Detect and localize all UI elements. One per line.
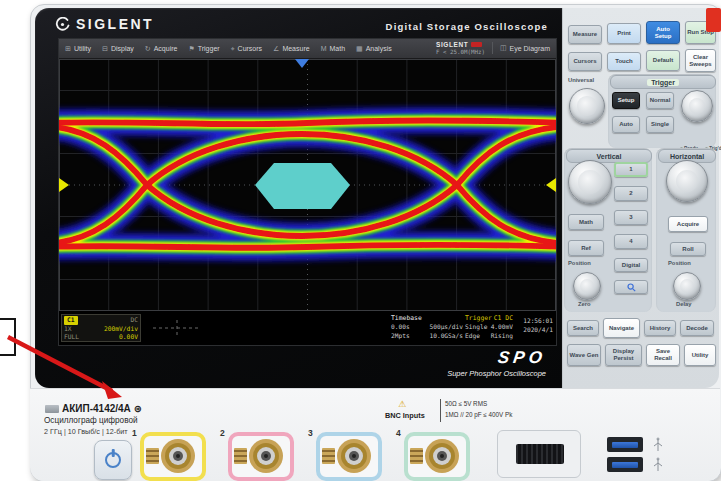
vertical-section-header: Vertical — [566, 149, 652, 163]
timebase-readout[interactable]: Timebase 0.00s500μs/div 2Mpts10.0GSa/s — [391, 314, 463, 342]
zoom-button[interactable] — [614, 280, 648, 294]
crosshair-icon — [151, 318, 203, 338]
trigger-level-marker[interactable] — [546, 178, 556, 192]
menubar-divider — [492, 42, 493, 54]
ref-button[interactable]: Ref — [568, 240, 604, 256]
bnc-connector-icon — [320, 436, 378, 477]
brand-text: SIGLENT — [76, 16, 154, 32]
spec-label: 2 ГГц | 10 Гвыб/с | 12-бит — [44, 427, 128, 436]
horizontal-position-knob[interactable] — [673, 272, 701, 300]
eye-diagram-icon: ◫ — [500, 44, 507, 52]
utility-icon: ⊞ — [65, 45, 71, 53]
vertical-position-knob[interactable] — [573, 272, 601, 300]
bnc-connector-icon — [408, 436, 466, 477]
navigate-button[interactable]: Navigate — [603, 318, 640, 338]
vertical-position-label: Position — [568, 260, 591, 266]
screen-menubar: ⊞Utility ⊟Display ↻Acquire ⚑Trigger ⌖Cur… — [59, 39, 556, 59]
digital-button[interactable]: Digital — [614, 258, 648, 272]
horizontal-position-label: Position — [668, 260, 691, 266]
menu-cursors[interactable]: ⌖Cursors — [231, 45, 262, 53]
channel2-button[interactable]: 2 — [614, 186, 648, 201]
display-persist-button[interactable]: Display Persist — [605, 344, 642, 366]
eye-frequency-readout: F < 25.0M(MHz) — [436, 50, 485, 56]
utility-button[interactable]: Utility — [684, 344, 716, 366]
channel1-number: 1 — [132, 428, 137, 438]
usb3-tongue — [612, 462, 638, 468]
menu-display[interactable]: ⊟Display — [102, 45, 134, 53]
trigger-setup-button[interactable]: Setup — [612, 92, 640, 109]
trigger-auto-button[interactable]: Auto — [612, 116, 640, 133]
screen-brand-readout: SIGLENT F < 25.0M(MHz) — [436, 42, 485, 56]
universal-knob[interactable] — [569, 88, 605, 124]
add-channel-crosshair[interactable] — [151, 318, 203, 338]
usb-trident-icons — [652, 437, 664, 475]
bnc-inputs-label: BNC Inputs — [385, 411, 425, 420]
roll-button[interactable]: Roll — [670, 242, 706, 256]
menu-utility[interactable]: ⊞Utility — [65, 45, 91, 53]
channel3-number: 3 — [308, 428, 313, 438]
usb3-tongue — [612, 442, 638, 448]
history-button[interactable]: History — [644, 320, 676, 336]
menu-trigger[interactable]: ⚑Trigger — [188, 45, 219, 53]
math-button[interactable]: Math — [568, 214, 604, 230]
channel1-level-marker[interactable] — [59, 178, 69, 192]
channel2-number: 2 — [220, 428, 225, 438]
magnifier-icon — [627, 283, 636, 292]
callout-box — [0, 318, 16, 356]
default-button[interactable]: Default — [646, 50, 680, 71]
measure-button[interactable]: Measure — [568, 25, 602, 44]
channel3-bnc — [316, 432, 382, 481]
save-recall-button[interactable]: Save Recall — [646, 344, 680, 366]
volts-div-knob[interactable] — [568, 160, 612, 204]
waveform-area[interactable] — [59, 59, 556, 311]
rating-line-2: 1MΩ // 20 pF ≤ 400V Pk — [445, 410, 521, 421]
status-bar: C1DC 1X200mV/div FULL0.00V Timebase 0.00… — [59, 311, 556, 345]
lcd-screen: ⊞Utility ⊟Display ↻Acquire ⚑Trigger ⌖Cur… — [58, 38, 557, 346]
trigger-single-button[interactable]: Single — [646, 116, 674, 133]
input-ratings: 50Ω ≤ 5V RMS 1MΩ // 20 pF ≤ 400V Pk — [440, 399, 521, 422]
menu-math[interactable]: MMath — [321, 45, 345, 52]
cursors-button[interactable]: Cursors — [568, 52, 602, 71]
channel4-button[interactable]: 4 — [614, 234, 648, 249]
time-text: 12:56:01 — [517, 316, 553, 325]
channel4-bnc — [404, 432, 470, 481]
red-marker — [706, 8, 721, 32]
akip-logo-mark — [45, 405, 59, 413]
print-button[interactable]: Print — [607, 23, 641, 44]
decode-button[interactable]: Decode — [680, 320, 714, 336]
trigger-flag-icon: ⚑ — [188, 45, 194, 53]
model-mark: ⊛ — [134, 403, 142, 414]
universal-label: Universal — [568, 77, 594, 83]
math-icon: M — [321, 45, 327, 52]
power-button[interactable] — [94, 440, 132, 480]
channel1-status-box[interactable]: C1DC 1X200mV/div FULL0.00V — [61, 314, 141, 342]
trigger-level-knob[interactable] — [681, 90, 713, 122]
screen-brand-text: SIGLENT — [436, 42, 468, 49]
acquire-button[interactable]: Acquire — [668, 216, 708, 232]
clear-sweeps-button[interactable]: Clear Sweeps — [685, 49, 716, 72]
bnc-connector-icon — [232, 436, 290, 477]
usb-port-1 — [607, 437, 643, 452]
usb-port-2 — [607, 457, 643, 472]
channel1-button[interactable]: 1 — [614, 162, 648, 177]
wave-gen-button[interactable]: Wave Gen — [567, 344, 601, 366]
time-div-knob[interactable] — [666, 160, 708, 202]
clock-readout: 12:56:01 2020/4/1 — [517, 316, 553, 335]
channel4-number: 4 — [396, 428, 401, 438]
warning-triangle-icon: ⚠ — [398, 399, 406, 409]
siglent-logo: SIGLENT — [55, 16, 154, 32]
power-icon — [105, 452, 121, 468]
menu-measure[interactable]: ∠Measure — [273, 45, 310, 53]
touch-button[interactable]: Touch — [607, 52, 641, 71]
search-button[interactable]: Search — [567, 320, 599, 336]
auto-setup-button[interactable]: Auto Setup — [646, 21, 680, 44]
trigger-normal-button[interactable]: Normal — [646, 92, 674, 109]
analysis-icon: ▦ — [356, 45, 363, 53]
menu-acquire[interactable]: ↻Acquire — [145, 45, 178, 53]
channel3-button[interactable]: 3 — [614, 210, 648, 225]
cursors-icon: ⌖ — [231, 45, 235, 53]
trigger-position-marker[interactable] — [295, 59, 309, 68]
trigger-readout[interactable]: TriggerC1 DC Single4.00mV EdgeRising — [465, 314, 513, 342]
menu-analysis[interactable]: ▦Analysis — [356, 45, 392, 53]
menu-eye-diagram[interactable]: ◫Eye Diagram — [500, 44, 550, 52]
